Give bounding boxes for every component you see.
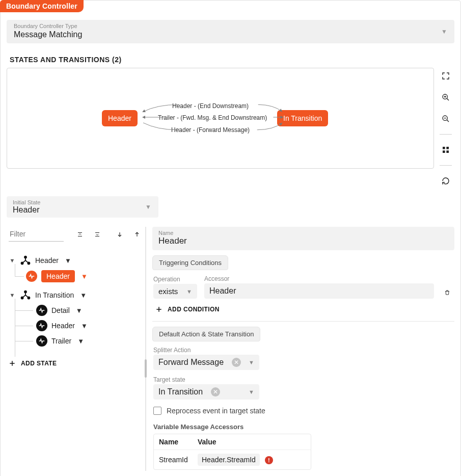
- hub-icon: [20, 255, 31, 266]
- diagram-region: Header In Transition Header - (End Downs…: [7, 68, 454, 188]
- pulse-icon: [36, 320, 47, 331]
- clear-icon[interactable]: ✕: [211, 387, 220, 396]
- accessor-label: Accessor: [204, 275, 434, 282]
- row-menu-icon[interactable]: ▼: [74, 307, 85, 314]
- fullscreen-icon[interactable]: [439, 69, 453, 83]
- checkbox-icon: [153, 407, 161, 415]
- name-label: Name: [158, 230, 448, 236]
- svg-rect-10: [446, 147, 449, 149]
- pulse-icon: [26, 271, 37, 282]
- svg-point-22: [24, 291, 26, 293]
- boundary-controller-card: Boundary Controller Boundary Controller …: [0, 0, 461, 476]
- svg-rect-11: [443, 150, 445, 153]
- delete-condition-icon[interactable]: [441, 286, 453, 299]
- error-icon[interactable]: !: [265, 456, 273, 464]
- vma-data-row: StreamId Header.StreamId !: [154, 450, 311, 469]
- row-menu-icon[interactable]: ▼: [78, 292, 89, 299]
- tree-node-label: Header: [35, 256, 59, 265]
- tree-node-in-transition[interactable]: ▼ In Transition ▼: [7, 287, 140, 303]
- reprocess-label: Reprocess event in target state: [167, 407, 265, 415]
- vma-row-name: StreamId: [159, 456, 198, 464]
- tree-node-header2[interactable]: Header ▼: [7, 318, 140, 333]
- chevron-down-icon: ▼: [186, 288, 192, 295]
- lower-split: ▼ Header ▼ Header ▼ ▼ In Trans: [7, 227, 454, 471]
- vma-header-row: Name Value: [154, 434, 311, 450]
- filter-input[interactable]: [9, 227, 64, 242]
- refresh-icon[interactable]: [439, 174, 453, 188]
- row-menu-icon[interactable]: ▼: [79, 273, 90, 280]
- vma-table: Name Value StreamId Header.StreamId !: [153, 434, 311, 470]
- tree-node-label: Header: [41, 270, 75, 282]
- row-menu-icon[interactable]: ▼: [63, 257, 73, 265]
- row-menu-icon[interactable]: ▼: [75, 337, 86, 345]
- pulse-icon: [36, 335, 47, 347]
- diagram-toolbar: [437, 68, 454, 188]
- divider: [152, 321, 454, 322]
- triggering-conditions-tab[interactable]: Triggering Conditions: [152, 255, 228, 270]
- state-diagram[interactable]: Header In Transition Header - (End Downs…: [7, 68, 434, 169]
- sort-down-icon[interactable]: [114, 228, 126, 241]
- vma-value-cell: Header.StreamId !: [198, 454, 306, 466]
- chevron-down-icon: ▼: [441, 28, 447, 35]
- zoom-out-icon[interactable]: [439, 112, 453, 126]
- target-state-field: Target state In Transition ✕ ▼: [153, 376, 259, 400]
- target-value: In Transition: [158, 387, 203, 396]
- expand-all-icon[interactable]: [74, 228, 86, 241]
- row-menu-icon[interactable]: ▼: [79, 322, 90, 330]
- chevron-down-icon[interactable]: ▼: [9, 257, 16, 263]
- state-tree: ▼ Header ▼ Header ▼ ▼ In Trans: [7, 253, 140, 349]
- collapse-all-icon[interactable]: [91, 228, 103, 241]
- clear-icon[interactable]: ✕: [232, 358, 241, 367]
- tree-node-header-child[interactable]: Header ▼: [7, 268, 140, 284]
- operation-field: Operation exists ▼: [153, 276, 197, 299]
- layout-icon[interactable]: [439, 143, 453, 157]
- resize-handle[interactable]: [145, 359, 147, 378]
- vma-head-name: Name: [159, 438, 198, 446]
- default-action-body: Splitter Action Forward Message ✕ ▼ Targ…: [152, 341, 454, 471]
- splitter-action-select[interactable]: Forward Message ✕ ▼: [153, 355, 259, 370]
- plus-icon: [9, 360, 16, 367]
- chevron-down-icon[interactable]: ▼: [9, 292, 16, 298]
- name-value: Header: [158, 236, 187, 246]
- target-state-select[interactable]: In Transition ✕ ▼: [153, 384, 259, 400]
- add-condition-label: ADD CONDITION: [168, 306, 220, 313]
- splitter-label: Splitter Action: [153, 347, 259, 354]
- svg-line-7: [447, 120, 449, 122]
- tree-node-header[interactable]: ▼ Header ▼: [7, 253, 140, 268]
- accessor-value: Header: [209, 286, 236, 296]
- pulse-icon: [36, 305, 47, 316]
- tree-node-label: Header: [51, 322, 75, 330]
- operation-select[interactable]: exists ▼: [153, 284, 197, 299]
- default-action-tab[interactable]: Default Action & State Transition: [152, 327, 260, 341]
- chevron-down-icon: ▼: [249, 359, 254, 365]
- initial-state-value: Header: [13, 205, 39, 214]
- states-transitions-title: STATES AND TRANSITIONS (2): [10, 56, 454, 64]
- target-label: Target state: [153, 376, 259, 383]
- reprocess-checkbox[interactable]: Reprocess event in target state: [153, 407, 453, 415]
- svg-line-3: [447, 98, 449, 100]
- operation-value: exists: [158, 287, 178, 296]
- add-state-label: ADD STATE: [21, 360, 57, 367]
- add-condition-button[interactable]: ADD CONDITION: [153, 306, 453, 313]
- tree-node-label: Detail: [51, 306, 70, 314]
- tree-node-trailer[interactable]: Trailer ▼: [7, 333, 140, 349]
- accessor-field: Accessor Header: [204, 275, 434, 299]
- vma-value-input[interactable]: Header.StreamId: [198, 454, 260, 466]
- name-field[interactable]: Name Header: [152, 227, 454, 250]
- initial-state-select[interactable]: Initial State Header ▼: [7, 196, 158, 218]
- chevron-down-icon: ▼: [145, 203, 151, 210]
- vma-title: Variable Message Accessors: [153, 423, 453, 431]
- condition-row: Operation exists ▼ Accessor Header: [153, 275, 453, 299]
- vma-head-value: Value: [198, 438, 306, 446]
- svg-rect-9: [443, 147, 445, 149]
- sort-up-icon[interactable]: [131, 228, 143, 241]
- add-state-button[interactable]: ADD STATE: [7, 360, 140, 367]
- controller-type-label: Boundary Controller Type: [14, 23, 447, 29]
- tree-node-detail[interactable]: Detail ▼: [7, 303, 140, 318]
- accessor-input[interactable]: Header: [204, 283, 434, 299]
- zoom-in-icon[interactable]: [439, 90, 453, 104]
- chevron-down-icon: ▼: [249, 389, 254, 395]
- controller-type-select[interactable]: Boundary Controller Type Message Matchin…: [7, 20, 454, 43]
- state-tree-panel: ▼ Header ▼ Header ▼ ▼ In Trans: [7, 227, 140, 471]
- boundary-controller-badge: Boundary Controller: [0, 0, 84, 12]
